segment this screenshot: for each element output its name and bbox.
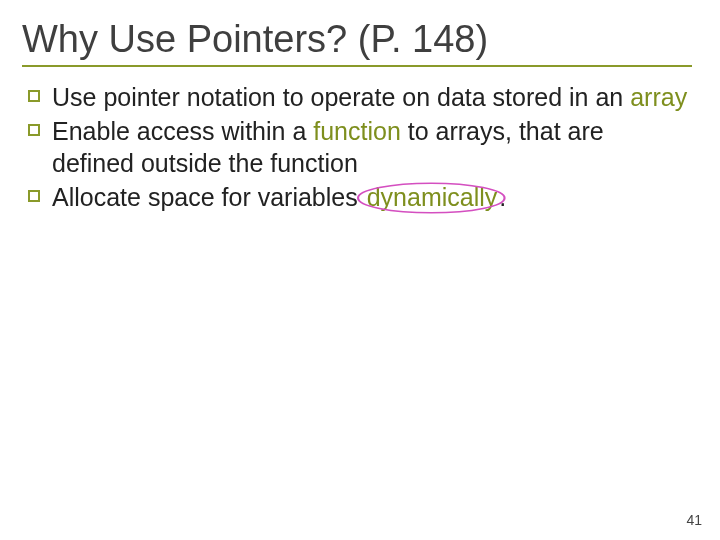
slide: Why Use Pointers? (P. 148) Use pointer n… <box>0 0 720 540</box>
bullet-text: Allocate space for variables dynamically… <box>52 181 506 213</box>
text-run: Use pointer notation to operate on data … <box>52 83 630 111</box>
bullet-item: Use pointer notation to operate on data … <box>28 81 692 113</box>
highlight-function: function <box>313 117 401 145</box>
slide-title: Why Use Pointers? (P. 148) <box>22 18 692 61</box>
bullet-marker-icon <box>28 90 40 102</box>
bullet-marker-icon <box>28 190 40 202</box>
bullet-item: Allocate space for variables dynamically… <box>28 181 692 213</box>
bullet-text: Use pointer notation to operate on data … <box>52 81 687 113</box>
bullet-item: Enable access within a function to array… <box>28 115 692 179</box>
text-run: . <box>499 183 506 211</box>
bullet-text: Enable access within a function to array… <box>52 115 692 179</box>
highlight-dynamically: dynamically <box>367 183 498 211</box>
body-content: Use pointer notation to operate on data … <box>22 81 692 213</box>
circled-word: dynamically <box>365 181 500 213</box>
text-run: Allocate space for variables <box>52 183 365 211</box>
text-run: Enable access within a <box>52 117 313 145</box>
bullet-marker-icon <box>28 124 40 136</box>
title-underline <box>22 65 692 67</box>
highlight-array: array <box>630 83 687 111</box>
page-number: 41 <box>686 512 702 528</box>
